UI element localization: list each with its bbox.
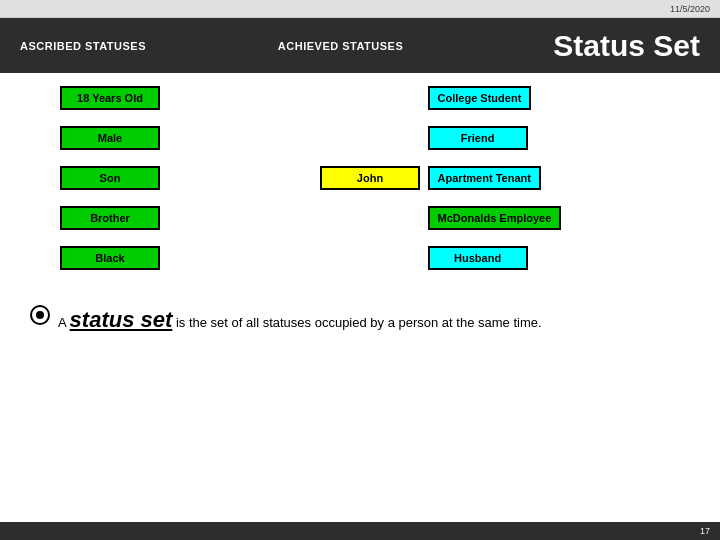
header-bar: ASCRIBED STATUSES ACHIEVED STATUSES Stat… [0,18,720,73]
list-item: Son [60,163,332,193]
bottom-bar: 17 [0,522,720,540]
achieved-status-0: College Student [428,86,532,110]
center-column: John [332,83,407,273]
date-label: 11/5/2020 [670,4,710,14]
header-right: ACHIEVED STATUSES Status Set [278,29,700,63]
john-box: John [320,166,420,190]
ascribed-status-2: Son [60,166,160,190]
list-item: Apartment Tenant [428,163,700,193]
ascribed-status-1: Male [60,126,160,150]
achieved-header: ACHIEVED STATUSES [278,40,403,52]
bullet-icon [30,305,50,325]
page-number: 17 [700,526,710,536]
list-item: 18 Years Old [60,83,332,113]
achieved-status-4: Husband [428,246,528,270]
achieved-status-2: Apartment Tenant [428,166,541,190]
definition-text: A status set is the set of all statuses … [58,303,542,336]
bullet-dot [36,311,44,319]
list-item: College Student [428,83,700,113]
definition-section: A status set is the set of all statuses … [0,283,720,346]
list-item: Male [60,123,332,153]
list-item: Husband [428,243,700,273]
list-item: Black [60,243,332,273]
diagram-area: 18 Years Old Male Son Brother Black John [0,73,720,283]
ascribed-status-0: 18 Years Old [60,86,160,110]
columns-layout: 18 Years Old Male Son Brother Black John [20,83,700,273]
list-item: McDonalds Employee [428,203,700,233]
ascribed-header: ASCRIBED STATUSES [20,40,146,52]
list-item: Brother [60,203,332,233]
achieved-status-3: McDonalds Employee [428,206,562,230]
definition-suffix: is the set of all statuses occupied by a… [176,315,542,330]
list-item: Friend [428,123,700,153]
ascribed-column: 18 Years Old Male Son Brother Black [20,83,332,273]
ascribed-status-3: Brother [60,206,160,230]
achieved-column: College Student Friend Apartment Tenant … [408,83,700,273]
john-label: John [320,166,420,190]
definition-bold-term: status set [70,307,173,332]
ascribed-status-4: Black [60,246,160,270]
page-title: Status Set [553,29,700,63]
top-bar: 11/5/2020 [0,0,720,18]
achieved-status-1: Friend [428,126,528,150]
definition-prefix: A [58,315,66,330]
